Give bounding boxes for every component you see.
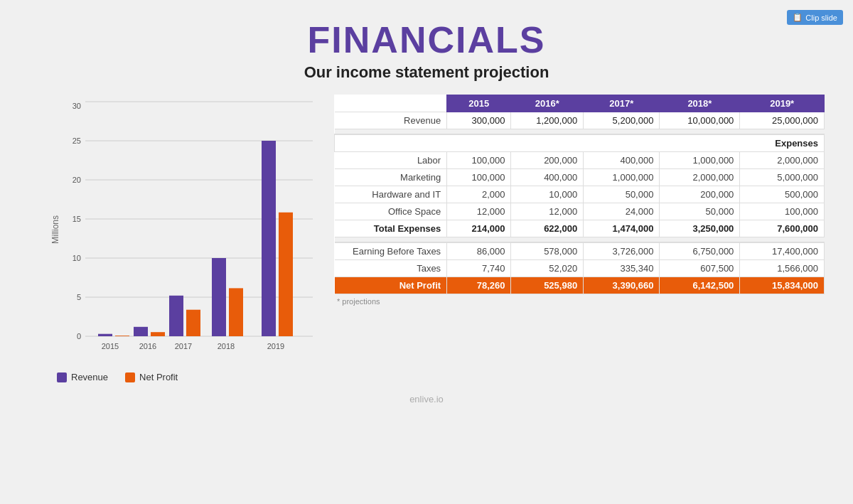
spacer-row-1	[335, 129, 825, 135]
taxes-2018: 607,500	[660, 260, 740, 277]
svg-text:5: 5	[77, 293, 81, 301]
bar-2016-revenue	[134, 327, 148, 336]
total-2015: 214,000	[447, 220, 511, 237]
office-2019: 100,000	[740, 203, 825, 220]
page-subtitle: Our income statement projection	[0, 63, 853, 82]
ebt-2016: 578,000	[511, 242, 584, 260]
ebt-label: Earning Before Taxes	[335, 242, 447, 260]
office-2016: 12,000	[511, 203, 584, 220]
header-2017: 2017*	[584, 95, 660, 112]
legend-item-profit: Net Profit	[125, 372, 178, 382]
ebt-2017: 3,726,000	[584, 242, 660, 260]
hardware-2018: 200,000	[660, 186, 740, 203]
table-header-row: 2015 2016* 2017* 2018* 2019*	[335, 95, 825, 112]
footer: enlive.io	[0, 394, 853, 404]
total-expenses-label: Total Expenses	[335, 220, 447, 237]
office-space-row: Office Space 12,000 12,000 24,000 50,000…	[335, 203, 825, 220]
bar-2015-profit	[115, 336, 129, 336]
net-profit-2016: 525,980	[511, 277, 584, 294]
clip-slide-button[interactable]: 📋 Clip slide	[787, 10, 843, 25]
expenses-section-header: Expenses	[335, 134, 825, 152]
bar-2017-profit	[186, 310, 200, 336]
hardware-row: Hardware and IT 2,000 10,000 50,000 200,…	[335, 186, 825, 203]
revenue-2019: 25,000,000	[740, 112, 825, 129]
total-2016: 622,000	[511, 220, 584, 237]
revenue-2015: 300,000	[447, 112, 511, 129]
header-2018: 2018*	[660, 95, 740, 112]
clip-icon: 📋	[793, 13, 803, 22]
svg-text:0: 0	[77, 332, 81, 341]
labor-2016: 200,000	[511, 152, 584, 169]
marketing-2015: 100,000	[447, 169, 511, 186]
bar-2018-revenue	[212, 258, 226, 336]
taxes-2019: 1,566,000	[740, 260, 825, 277]
total-2017: 1,474,000	[584, 220, 660, 237]
marketing-2016: 400,000	[511, 169, 584, 186]
spacer-1	[335, 129, 825, 135]
labor-2017: 400,000	[584, 152, 660, 169]
header-2019: 2019*	[740, 95, 825, 112]
bar-2015-revenue	[98, 334, 112, 336]
spacer-row-2	[335, 237, 825, 243]
bar-chart: Millions 0 5 10 15 20 25 30	[50, 95, 320, 365]
net-profit-2018: 6,142,500	[660, 277, 740, 294]
total-2018: 3,250,000	[660, 220, 740, 237]
svg-text:10: 10	[73, 254, 81, 262]
svg-text:Millions: Millions	[50, 215, 60, 244]
taxes-row: Taxes 7,740 52,020 335,340 607,500 1,566…	[335, 260, 825, 277]
profit-legend-label: Net Profit	[139, 372, 178, 382]
header-empty	[335, 95, 447, 112]
revenue-row: Revenue 300,000 1,200,000 5,200,000 10,0…	[335, 112, 825, 129]
header-2016: 2016*	[511, 95, 584, 112]
marketing-label: Marketing	[335, 169, 447, 186]
marketing-2019: 5,000,000	[740, 169, 825, 186]
labor-label: Labor	[335, 152, 447, 169]
hardware-label: Hardware and IT	[335, 186, 447, 203]
bar-2019-revenue	[262, 141, 276, 336]
clip-slide-label: Clip slide	[805, 14, 837, 22]
ebt-row: Earning Before Taxes 86,000 578,000 3,72…	[335, 242, 825, 260]
taxes-label: Taxes	[335, 260, 447, 277]
ebt-2019: 17,400,000	[740, 242, 825, 260]
svg-text:25: 25	[73, 136, 81, 145]
chart-legend: Revenue Net Profit	[50, 372, 320, 382]
spacer-2	[335, 237, 825, 243]
revenue-2016: 1,200,000	[511, 112, 584, 129]
hardware-2019: 500,000	[740, 186, 825, 203]
svg-text:2018: 2018	[218, 342, 235, 350]
marketing-2018: 2,000,000	[660, 169, 740, 186]
revenue-2018: 10,000,000	[660, 112, 740, 129]
svg-text:30: 30	[73, 102, 81, 110]
office-2017: 24,000	[584, 203, 660, 220]
office-2018: 50,000	[660, 203, 740, 220]
expenses-header-label: Expenses	[335, 134, 825, 152]
page-header: FINANCIALS Our income statement projecti…	[0, 0, 853, 82]
projections-note: * projections	[334, 297, 825, 306]
svg-text:2015: 2015	[102, 342, 119, 350]
taxes-2016: 52,020	[511, 260, 584, 277]
svg-text:2019: 2019	[267, 342, 284, 350]
office-space-label: Office Space	[335, 203, 447, 220]
page-title: FINANCIALS	[0, 20, 853, 60]
svg-text:2016: 2016	[139, 342, 156, 350]
ebt-2015: 86,000	[447, 242, 511, 260]
taxes-2015: 7,740	[447, 260, 511, 277]
revenue-legend-dot	[57, 372, 67, 382]
total-expenses-row: Total Expenses 214,000 622,000 1,474,000…	[335, 220, 825, 237]
revenue-legend-label: Revenue	[71, 372, 108, 382]
chart-container: Millions 0 5 10 15 20 25 30	[21, 95, 320, 382]
net-profit-2017: 3,390,660	[584, 277, 660, 294]
ebt-2018: 6,750,000	[660, 242, 740, 260]
chart-area: Millions 0 5 10 15 20 25 30	[50, 95, 320, 365]
revenue-2017: 5,200,000	[584, 112, 660, 129]
header-2015: 2015	[447, 95, 511, 112]
revenue-label: Revenue	[335, 112, 447, 129]
table-container: 2015 2016* 2017* 2018* 2019* Revenue 300…	[334, 95, 825, 306]
svg-text:20: 20	[73, 176, 81, 184]
net-profit-row: Net Profit 78,260 525,980 3,390,660 6,14…	[335, 277, 825, 294]
labor-2018: 1,000,000	[660, 152, 740, 169]
bar-2016-profit	[151, 332, 165, 336]
bar-2018-profit	[229, 289, 243, 337]
total-2019: 7,600,000	[740, 220, 825, 237]
profit-legend-dot	[125, 372, 135, 382]
